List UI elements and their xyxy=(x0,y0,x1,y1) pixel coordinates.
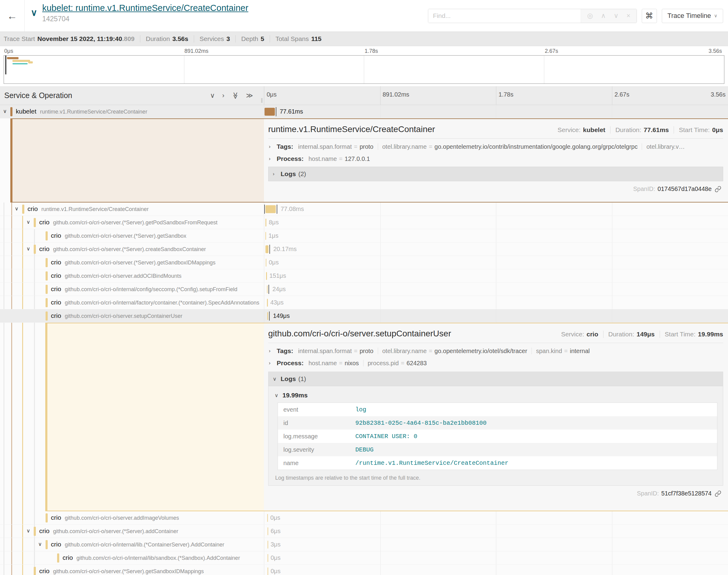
span-duration-bar[interactable] xyxy=(266,259,266,267)
span-name-cell[interactable]: criogithub.com/cri-o/cri-o/server.(*Serv… xyxy=(0,565,264,575)
view-selector-button[interactable]: Trace Timeline ∨ xyxy=(662,9,723,23)
span-name-cell[interactable]: ∨criogithub.com/cri-o/cri-o/server.(*Ser… xyxy=(0,525,264,538)
span-duration-bar[interactable] xyxy=(266,272,267,280)
keyboard-shortcuts-button[interactable]: ⌘ xyxy=(642,9,657,23)
minimap-canvas[interactable] xyxy=(4,55,724,84)
service-name[interactable]: criogithub.com/cri-o/cri-o/server.setupC… xyxy=(51,312,183,319)
span-name-cell[interactable]: criogithub.com/cri-o/cri-o/internal/fact… xyxy=(0,296,264,309)
span-timeline-cell[interactable]: 77.08ms xyxy=(264,202,728,215)
span-timeline-cell[interactable]: 3μs xyxy=(264,538,728,551)
expand-all-icon[interactable]: ≫ xyxy=(246,92,253,100)
span-duration-label: 43μs xyxy=(270,299,284,306)
span-name-cell[interactable]: criogithub.com/cri-o/cri-o/server.(*Serv… xyxy=(0,256,264,269)
span-name-cell[interactable]: ∨criogithub.com/cri-o/cri-o/server.(*Ser… xyxy=(0,216,264,229)
span-duration-bar[interactable] xyxy=(268,554,268,562)
span-duration-bar[interactable] xyxy=(267,514,268,522)
back-button[interactable]: ← xyxy=(0,0,25,32)
service-name[interactable]: criogithub.com/cri-o/cri-o/server.addIma… xyxy=(51,514,179,521)
expand-one-icon[interactable]: › xyxy=(222,92,225,100)
span-name-cell[interactable]: ∨criogithub.com/cri-o/cri-o/internal/lib… xyxy=(0,538,264,551)
logs-accordion[interactable]: ∨ Logs (1) xyxy=(268,372,723,386)
chevron-down-icon[interactable]: ∨ xyxy=(614,12,619,20)
span-row: criogithub.com/cri-o/cri-o/internal/fact… xyxy=(0,296,728,309)
tree-controls: ∨ › ≫ ≫ xyxy=(210,92,261,100)
log-field-row: log.severityDEBUG xyxy=(278,443,717,456)
span-name-cell[interactable]: criogithub.com/cri-o/cri-o/server.setupC… xyxy=(0,309,264,323)
service-name[interactable]: criogithub.com/cri-o/cri-o/server.(*Serv… xyxy=(39,527,178,535)
service-name[interactable]: criogithub.com/cri-o/cri-o/internal/lib.… xyxy=(51,541,225,548)
chevron-up-icon[interactable]: ∧ xyxy=(601,12,606,20)
locate-icon[interactable]: ◎ xyxy=(587,12,593,20)
chevron-down-icon[interactable]: ∨ xyxy=(3,108,7,114)
service-name[interactable]: criogithub.com/cri-o/cri-o/server.(*Serv… xyxy=(51,232,187,239)
span-name-cell[interactable]: criogithub.com/cri-o/cri-o/server.(*Serv… xyxy=(0,229,264,242)
span-name-cell[interactable]: criogithub.com/cri-o/cri-o/server.addIma… xyxy=(0,511,264,524)
log-entry-accordion[interactable]: ∨ 19.99ms xyxy=(274,391,717,403)
span-timeline-cell[interactable]: 43μs xyxy=(264,296,728,309)
span-timeline-cell[interactable]: 0μs xyxy=(264,256,728,269)
service-name[interactable]: criogithub.com/cri-o/cri-o/server.(*Serv… xyxy=(39,245,206,252)
span-timeline-cell[interactable]: 151μs xyxy=(264,269,728,282)
process-accordion[interactable]: › Process: host.name=127.0.0.1 xyxy=(268,151,723,164)
chevron-down-icon[interactable]: ∨ xyxy=(26,528,30,534)
chevron-down-icon[interactable]: ∨ xyxy=(15,206,19,212)
span-duration-bar[interactable] xyxy=(268,527,268,535)
span-duration-bar[interactable] xyxy=(267,285,268,293)
service-name[interactable]: criogithub.com/cri-o/cri-o/internal/lib/… xyxy=(63,554,240,561)
tag-pair: host.name=127.0.0.1 xyxy=(308,156,370,162)
span-duration-bar[interactable] xyxy=(265,245,268,253)
tags-accordion[interactable]: › Tags: internal.span.format=protootel.l… xyxy=(268,139,723,151)
span-timeline-cell[interactable]: 0μs xyxy=(264,551,728,564)
span-timeline-cell[interactable]: 77.61ms xyxy=(264,105,728,118)
service-name[interactable]: criogithub.com/cri-o/cri-o/internal/conf… xyxy=(51,285,237,293)
collapse-header-chevron-icon[interactable]: ∨ xyxy=(31,7,37,18)
span-timeline-cell[interactable]: 0μs xyxy=(264,565,728,575)
service-name[interactable]: kubeletruntime.v1.RuntimeService/CreateC… xyxy=(16,108,147,115)
clear-icon[interactable]: × xyxy=(627,12,630,20)
column-resize-handle[interactable]: ∥ xyxy=(261,97,263,103)
span-timeline-cell[interactable]: 0μs xyxy=(264,511,728,524)
minimap-scrubber-handle[interactable] xyxy=(5,56,6,74)
span-duration-bar[interactable] xyxy=(267,299,268,307)
span-name-cell[interactable]: ∨kubeletruntime.v1.RuntimeService/Create… xyxy=(0,105,264,118)
span-name-cell[interactable]: criogithub.com/cri-o/cri-o/server.addOCI… xyxy=(0,269,264,282)
operation-name: github.com/cri-o/cri-o/server.(*Server).… xyxy=(53,528,178,534)
service-name[interactable]: criogithub.com/cri-o/cri-o/internal/fact… xyxy=(51,299,259,306)
span-duration-bar[interactable] xyxy=(265,205,276,213)
span-timeline-cell[interactable]: 149μs xyxy=(264,309,728,323)
back-arrow-icon[interactable]: ← xyxy=(7,10,17,22)
find-input[interactable] xyxy=(428,9,581,23)
service-name[interactable]: criogithub.com/cri-o/cri-o/server.(*Serv… xyxy=(51,259,216,266)
span-name-cell[interactable]: ∨crioruntime.v1.RuntimeService/CreateCon… xyxy=(0,202,264,215)
service-name[interactable]: crioruntime.v1.RuntimeService/CreateCont… xyxy=(28,205,149,212)
span-name-cell[interactable]: criogithub.com/cri-o/cri-o/internal/conf… xyxy=(0,283,264,296)
chevron-down-icon[interactable]: ∨ xyxy=(26,246,30,252)
span-timeline-cell[interactable]: 8μs xyxy=(264,216,728,229)
trace-title-link[interactable]: kubelet: runtime.v1.RuntimeService/Creat… xyxy=(42,3,249,13)
span-timeline-cell[interactable]: 6μs xyxy=(264,525,728,538)
chevron-down-icon[interactable]: ∨ xyxy=(38,541,42,547)
tags-accordion[interactable]: › Tags: internal.span.format=protootel.l… xyxy=(268,344,723,356)
chevron-down-icon[interactable]: ∨ xyxy=(26,219,30,225)
span-timeline-cell[interactable]: 24μs xyxy=(264,283,728,296)
span-name-cell[interactable]: ∨criogithub.com/cri-o/cri-o/server.(*Ser… xyxy=(0,243,264,256)
service-name[interactable]: criogithub.com/cri-o/cri-o/server.(*Serv… xyxy=(39,567,204,575)
span-duration-bar[interactable] xyxy=(265,108,275,116)
span-duration-bar[interactable] xyxy=(267,312,268,320)
logs-accordion[interactable]: › Logs (2) xyxy=(268,167,723,181)
collapse-all-icon[interactable]: ≫ xyxy=(231,92,239,99)
span-duration-bar[interactable] xyxy=(268,567,268,575)
span-timeline-cell[interactable]: 20.17ms xyxy=(264,243,728,256)
link-icon[interactable] xyxy=(715,186,721,193)
link-icon[interactable] xyxy=(715,490,721,497)
service-name[interactable]: criogithub.com/cri-o/cri-o/server.addOCI… xyxy=(51,272,181,279)
span-timeline-cell[interactable]: 1μs xyxy=(264,229,728,242)
process-accordion[interactable]: › Process: host.name=nixosprocess.pid=62… xyxy=(268,356,723,368)
span-row: criogithub.com/cri-o/cri-o/server.addIma… xyxy=(0,511,728,525)
span-duration-bar[interactable] xyxy=(265,232,266,240)
span-duration-bar[interactable] xyxy=(268,541,268,549)
service-name[interactable]: criogithub.com/cri-o/cri-o/server.(*Serv… xyxy=(39,218,218,226)
span-duration-bar[interactable] xyxy=(265,218,266,227)
span-name-cell[interactable]: criogithub.com/cri-o/cri-o/internal/lib/… xyxy=(0,551,264,564)
collapse-one-icon[interactable]: ∨ xyxy=(210,92,215,100)
